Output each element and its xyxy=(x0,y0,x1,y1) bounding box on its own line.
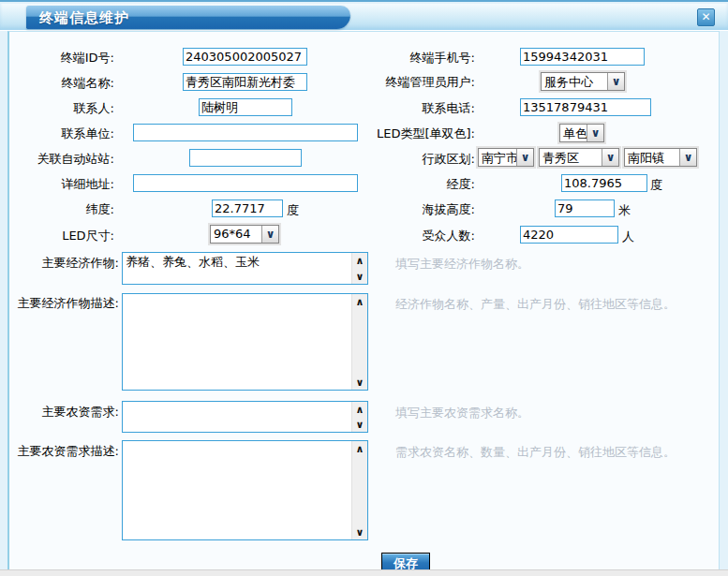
scroll-up-button[interactable]: ∧ xyxy=(352,253,367,268)
main-crops-desc-label: 主要经济作物描述: xyxy=(18,295,119,312)
dropdown-arrow-button[interactable]: ∨ xyxy=(607,73,624,90)
address-label: 详细地址: xyxy=(62,176,114,193)
chevron-down-icon: ∨ xyxy=(356,419,364,431)
terminal-id-label: 终端ID号: xyxy=(61,50,114,66)
dropdown-arrow-button[interactable]: ∨ xyxy=(261,226,278,243)
terminal-admin-value: 服务中心 xyxy=(542,73,607,90)
agri-needs-desc-textarea-wrap: ∧ ∨ xyxy=(122,440,368,540)
scroll-up-button[interactable]: ∧ xyxy=(352,402,367,417)
region-district-value: 青秀区 xyxy=(540,149,602,166)
page-title: 终端信息维护 xyxy=(39,9,129,27)
scrollbar[interactable]: ∧ ∨ xyxy=(351,441,367,539)
latitude-input[interactable] xyxy=(212,199,283,217)
title-tab: 终端信息维护 xyxy=(26,6,350,29)
agri-needs-desc-hint: 需求农资名称、数量、出产月份、销往地区等信息。 xyxy=(395,444,676,461)
terminal-name-label: 终端名称: xyxy=(62,75,114,92)
chevron-up-icon: ∧ xyxy=(356,296,364,308)
contact-phone-label: 联系电话: xyxy=(423,100,475,117)
terminal-name-input[interactable] xyxy=(183,73,307,91)
close-icon: ✕ xyxy=(701,10,710,23)
chevron-down-icon: ∨ xyxy=(356,377,364,389)
region-town-select[interactable]: 南阳镇 ∨ xyxy=(624,148,697,167)
scrollbar[interactable]: ∧ ∨ xyxy=(351,294,367,390)
led-size-label: LED尺寸: xyxy=(62,228,114,244)
chevron-down-icon: ∨ xyxy=(266,228,275,241)
agri-needs-textarea[interactable] xyxy=(123,402,351,432)
altitude-label: 海拔高度: xyxy=(423,201,475,218)
contact-phone-input[interactable] xyxy=(520,98,651,116)
latitude-label: 纬度: xyxy=(86,201,114,218)
close-button[interactable]: ✕ xyxy=(697,8,715,26)
main-crops-desc-textarea-wrap: ∧ ∨ xyxy=(122,293,368,391)
region-town-value: 南阳镇 xyxy=(625,149,679,166)
form-panel: 终端ID号: 终端手机号: 终端名称: 终端管理员用户: 服务中心 ∨ 联系人:… xyxy=(7,31,720,571)
chevron-down-icon: ∨ xyxy=(591,126,601,140)
main-crops-hint: 填写主要经济作物名称。 xyxy=(395,256,529,273)
chevron-down-icon: ∨ xyxy=(356,271,364,283)
agri-needs-hint: 填写主要农资需求名称。 xyxy=(395,405,529,421)
chevron-down-icon: ∨ xyxy=(606,151,616,164)
region-city-select[interactable]: 南宁市 ∨ xyxy=(478,148,534,167)
agri-needs-textarea-wrap: ∧ ∨ xyxy=(122,401,368,433)
chevron-down-icon: ∨ xyxy=(684,151,693,164)
scroll-down-button[interactable]: ∨ xyxy=(352,417,367,432)
main-crops-desc-hint: 经济作物名称、产量、出产月份、销往地区等信息。 xyxy=(395,296,676,313)
scroll-up-button[interactable]: ∧ xyxy=(352,294,367,309)
auto-station-input[interactable] xyxy=(189,149,302,167)
agri-needs-label: 主要农资需求: xyxy=(42,404,119,421)
scrollbar[interactable]: ∧ ∨ xyxy=(351,253,367,284)
led-size-select[interactable]: 96*64 ∨ xyxy=(210,225,279,244)
terminal-info-dialog: 终端信息维护 ✕ 终端ID号: 终端手机号: 终端名称: 终端管理员用户: 服务… xyxy=(0,0,728,576)
longitude-input[interactable] xyxy=(561,174,647,192)
bottom-strip xyxy=(0,569,728,576)
led-type-label: LED类型[单双色]: xyxy=(377,126,475,142)
region-label: 行政区划: xyxy=(423,151,475,168)
region-city-value: 南宁市 xyxy=(479,149,516,166)
audience-input[interactable] xyxy=(520,226,618,244)
terminal-id-input[interactable] xyxy=(183,48,307,66)
agri-needs-desc-label: 主要农资需求描述: xyxy=(18,443,119,460)
auto-station-label: 关联自动站站: xyxy=(37,151,114,168)
terminal-admin-label: 终端管理员用户: xyxy=(386,74,475,91)
led-type-value: 单色 xyxy=(560,125,587,141)
longitude-unit: 度 xyxy=(650,177,662,194)
main-crops-textarea[interactable]: 养猪、养兔、水稻、玉米 xyxy=(123,253,351,284)
audience-label: 受众人数: xyxy=(423,228,475,244)
scroll-down-button[interactable]: ∨ xyxy=(352,269,367,284)
chevron-down-icon: ∨ xyxy=(356,526,364,539)
title-bar: 终端信息维护 ✕ xyxy=(0,4,728,31)
dropdown-arrow-button[interactable]: ∨ xyxy=(516,149,533,166)
contact-label: 联系人: xyxy=(74,100,114,117)
chevron-up-icon: ∧ xyxy=(356,255,364,267)
scroll-down-button[interactable]: ∨ xyxy=(352,524,367,539)
address-input[interactable] xyxy=(133,174,358,192)
main-crops-desc-textarea[interactable] xyxy=(123,294,351,390)
dropdown-arrow-button[interactable]: ∨ xyxy=(587,125,603,141)
region-district-select[interactable]: 青秀区 ∨ xyxy=(539,148,619,167)
dropdown-arrow-button[interactable]: ∨ xyxy=(679,149,696,166)
chevron-down-icon: ∨ xyxy=(521,151,530,164)
dropdown-arrow-button[interactable]: ∨ xyxy=(602,149,618,166)
led-size-value: 96*64 xyxy=(211,226,261,243)
main-crops-label: 主要经济作物: xyxy=(42,255,119,272)
contact-input[interactable] xyxy=(199,98,292,116)
altitude-input[interactable] xyxy=(555,199,615,217)
terminal-phone-label: 终端手机号: xyxy=(410,50,475,66)
longitude-label: 经度: xyxy=(447,176,475,193)
scrollbar[interactable]: ∧ ∨ xyxy=(351,402,367,432)
latitude-unit: 度 xyxy=(287,202,299,219)
main-crops-textarea-wrap: 养猪、养兔、水稻、玉米 ∧ ∨ xyxy=(122,252,368,285)
chevron-down-icon: ∨ xyxy=(612,75,621,88)
terminal-admin-select[interactable]: 服务中心 ∨ xyxy=(541,72,625,91)
audience-unit: 人 xyxy=(622,229,634,245)
chevron-up-icon: ∧ xyxy=(356,443,364,455)
agri-needs-desc-textarea[interactable] xyxy=(123,441,351,539)
scroll-down-button[interactable]: ∨ xyxy=(352,375,367,390)
contact-unit-input[interactable] xyxy=(133,124,358,141)
chevron-up-icon: ∧ xyxy=(356,404,364,416)
altitude-unit: 米 xyxy=(618,202,631,219)
led-type-select[interactable]: 单色 ∨ xyxy=(559,124,604,142)
contact-unit-label: 联系单位: xyxy=(62,126,114,142)
scroll-up-button[interactable]: ∧ xyxy=(352,441,367,456)
terminal-phone-input[interactable] xyxy=(520,48,645,66)
